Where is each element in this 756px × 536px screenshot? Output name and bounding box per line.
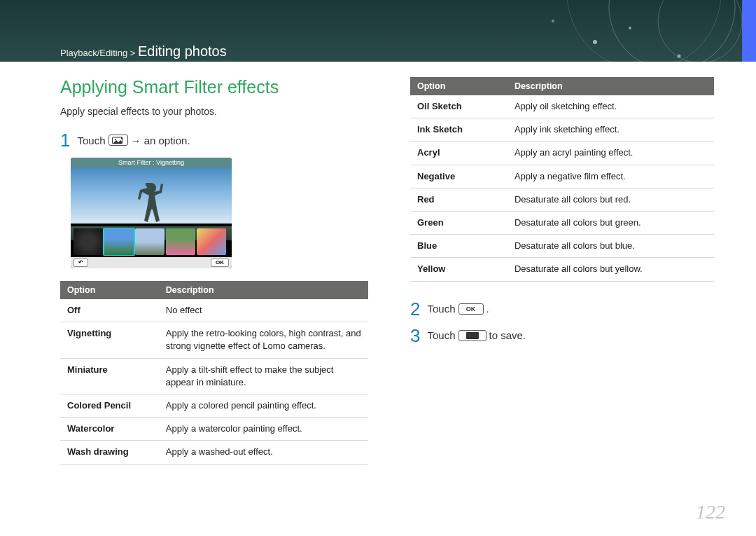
- filter-thumb[interactable]: [197, 228, 226, 255]
- step-3-text: Touch to save.: [427, 329, 526, 341]
- option-cell: Colored Pencil: [60, 394, 159, 417]
- desc-cell: Apply a washed-out effect.: [159, 441, 368, 464]
- desc-cell: Desaturate all colors but red.: [507, 188, 714, 211]
- page: Playback/Editing > Editing photos Applyi…: [0, 0, 756, 536]
- table-row: WatercolorApply a watercolor painting ef…: [60, 418, 368, 441]
- option-cell: Watercolor: [60, 418, 159, 441]
- filter-thumb[interactable]: [135, 228, 164, 255]
- desc-cell: Apply a colored pencil painting effect.: [159, 394, 368, 417]
- options-table-left: Option Description OffNo effect Vignetti…: [60, 281, 368, 465]
- options-table-right: Option Description Oil SketchApply oil s…: [410, 77, 714, 282]
- table-row: BlueDesaturate all colors but blue.: [410, 235, 714, 258]
- option-cell: Wash drawing: [60, 441, 159, 464]
- table-row: VignettingApply the retro-looking colors…: [60, 322, 368, 358]
- step-3-suffix: to save.: [489, 329, 526, 341]
- step-1-suffix: → an option.: [131, 135, 190, 146]
- desc-cell: No effect: [159, 299, 368, 322]
- step-1-prefix: Touch: [77, 135, 105, 146]
- step-1-text: Touch → an option.: [77, 135, 190, 146]
- table-row: NegativeApply a negative film effect.: [410, 165, 714, 188]
- screenshot-bottom-bar: ↶ OK: [71, 257, 232, 268]
- intro-text: Apply special effects to your photos.: [60, 106, 368, 117]
- table-row: OffNo effect: [60, 299, 368, 322]
- table-header-option: Option: [410, 77, 507, 95]
- table-row: AcrylApply an acryl painting effect.: [410, 142, 714, 165]
- option-cell: Off: [60, 299, 159, 322]
- filter-thumb-selected[interactable]: [104, 228, 134, 255]
- option-cell: Ink Sketch: [410, 118, 507, 142]
- desc-cell: Apply a negative film effect.: [507, 165, 714, 188]
- option-cell: Yellow: [410, 258, 507, 281]
- step-2: 2 Touch OK.: [410, 300, 714, 318]
- filter-thumb[interactable]: [74, 228, 103, 255]
- table-row: Ink SketchApply ink sketching effect.: [410, 118, 714, 142]
- page-number: 122: [696, 501, 725, 523]
- column-left: Applying Smart Filter effects Apply spec…: [60, 77, 368, 465]
- table-row: Wash drawingApply a washed-out effect.: [60, 441, 368, 464]
- table-header-description: Description: [507, 77, 714, 95]
- step-2-text: Touch OK.: [427, 303, 489, 315]
- desc-cell: Apply a tilt-shift effect to make the su…: [159, 358, 368, 394]
- svg-point-8: [115, 139, 116, 140]
- option-cell: Green: [410, 211, 507, 234]
- screenshot-title: Smart Filter : Vignetting: [71, 158, 232, 167]
- option-cell: Blue: [410, 235, 507, 258]
- page-side-tab: [742, 0, 756, 62]
- option-cell: Vignetting: [60, 322, 159, 358]
- breadcrumb-parent: Playback/Editing >: [60, 48, 135, 58]
- filter-thumbnails: [74, 228, 229, 256]
- desc-cell: Apply ink sketching effect.: [507, 118, 714, 142]
- option-cell: Acryl: [410, 142, 507, 165]
- breadcrumb-current: Editing photos: [138, 43, 227, 59]
- desc-cell: Desaturate all colors but green.: [507, 211, 714, 234]
- child-silhouette-icon: [134, 183, 169, 231]
- desc-cell: Desaturate all colors but yellow.: [507, 258, 714, 281]
- back-button[interactable]: ↶: [74, 259, 88, 267]
- ok-icon: OK: [458, 303, 484, 315]
- table-row: GreenDesaturate all colors but green.: [410, 211, 714, 234]
- filter-thumb[interactable]: [166, 228, 195, 255]
- step-1: 1 Touch → an option.: [60, 131, 368, 149]
- table-row: RedDesaturate all colors but red.: [410, 188, 714, 211]
- table-row: Oil SketchApply oil sketching effect.: [410, 95, 714, 118]
- section-title: Applying Smart Filter effects: [60, 77, 368, 97]
- camera-screenshot: Smart Filter : Vignetting ↶ OK: [71, 158, 232, 268]
- step-2-prefix: Touch: [427, 303, 455, 315]
- step-3-number: 3: [410, 327, 420, 345]
- ok-button[interactable]: OK: [211, 259, 229, 267]
- column-right: Option Description Oil SketchApply oil s…: [410, 77, 714, 465]
- desc-cell: Apply oil sketching effect.: [507, 95, 714, 118]
- content-area: Applying Smart Filter effects Apply spec…: [60, 77, 714, 465]
- option-cell: Oil Sketch: [410, 95, 507, 118]
- step-1-number: 1: [60, 131, 70, 149]
- option-cell: Red: [410, 188, 507, 211]
- step-2-suffix: .: [486, 303, 489, 315]
- step-3: 3 Touch to save.: [410, 327, 714, 345]
- save-card-icon: [458, 330, 486, 341]
- table-header-option: Option: [60, 281, 159, 299]
- desc-cell: Desaturate all colors but blue.: [507, 235, 714, 258]
- table-row: YellowDesaturate all colors but yellow.: [410, 258, 714, 281]
- table-header-description: Description: [159, 281, 368, 299]
- desc-cell: Apply a watercolor painting effect.: [159, 418, 368, 441]
- option-cell: Miniature: [60, 358, 159, 394]
- option-cell: Negative: [410, 165, 507, 188]
- table-row: MiniatureApply a tilt-shift effect to ma…: [60, 358, 368, 394]
- desc-cell: Apply an acryl painting effect.: [507, 142, 714, 165]
- breadcrumb: Playback/Editing > Editing photos: [60, 43, 227, 60]
- photo-edit-icon: [108, 135, 128, 146]
- step-2-number: 2: [410, 300, 420, 318]
- desc-cell: Apply the retro-looking colors, high con…: [159, 322, 368, 358]
- step-3-prefix: Touch: [427, 329, 455, 341]
- table-row: Colored PencilApply a colored pencil pai…: [60, 394, 368, 417]
